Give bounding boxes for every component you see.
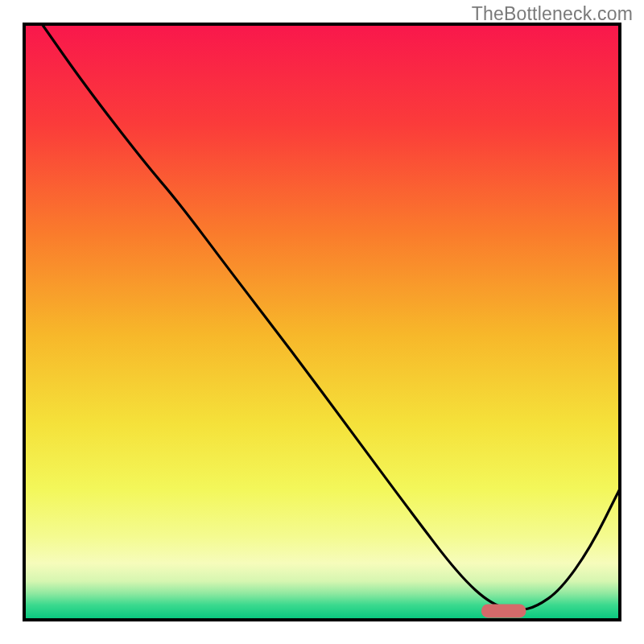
watermark-text: TheBottleneck.com <box>472 3 633 25</box>
bottleneck-chart <box>0 0 644 644</box>
gradient-background <box>24 24 620 620</box>
optimal-marker <box>481 604 526 617</box>
chart-container: TheBottleneck.com <box>0 0 644 644</box>
